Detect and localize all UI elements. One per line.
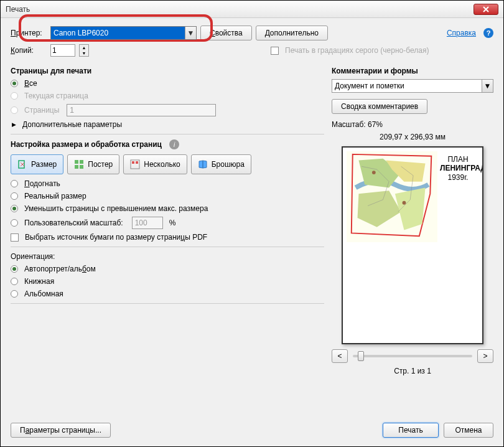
titlebar: Печать	[1, 1, 503, 18]
radio-range	[11, 106, 18, 114]
help-icon[interactable]: ?	[483, 28, 493, 38]
page-info: Стр. 1 из 1	[332, 367, 493, 375]
comments-select[interactable]: Документ и пометки ▼	[332, 79, 493, 93]
radio-actual-label: Реальный размер	[24, 192, 86, 200]
chevron-down-icon: ▼	[80, 50, 88, 56]
radio-all-label: Все	[24, 79, 37, 88]
comments-selected: Документ и пометки	[335, 82, 404, 90]
grayscale-checkbox[interactable]	[271, 47, 279, 55]
radio-all[interactable]	[11, 80, 18, 87]
radio-fit[interactable]	[11, 180, 18, 187]
copies-label: Копий:	[11, 46, 47, 55]
map-preview-icon	[347, 151, 437, 242]
booklet-icon	[198, 159, 208, 169]
advanced-button[interactable]: Дополнительно	[256, 26, 328, 40]
svg-rect-6	[132, 161, 134, 164]
radio-orient-landscape-label: Альбомная	[24, 289, 63, 298]
size-icon	[17, 159, 27, 169]
svg-rect-3	[75, 165, 78, 169]
preview-prev-button[interactable]: <	[332, 349, 348, 363]
more-params[interactable]: Дополнительные параметры	[22, 120, 122, 129]
pct-label: %	[169, 219, 176, 227]
radio-orient-auto[interactable]	[11, 265, 18, 273]
map-title: ПЛАН ЛЕНИНГРАДА 1939г.	[440, 155, 476, 182]
printer-label: Принтер:	[11, 29, 47, 37]
multiple-icon	[130, 159, 140, 169]
close-button[interactable]	[474, 4, 498, 15]
orientation-title: Ориентация:	[11, 252, 324, 261]
svg-rect-0	[19, 161, 24, 168]
preview-dims: 209,97 x 296,93 мм	[332, 133, 493, 141]
pages-title: Страницы для печати	[11, 67, 324, 75]
tab-size[interactable]: Размер	[11, 154, 63, 174]
radio-orient-portrait-label: Книжная	[24, 277, 54, 286]
info-icon[interactable]: i	[169, 139, 179, 149]
comments-title: Комментарии и формы	[332, 67, 493, 75]
radio-shrink-label: Уменьшить страницы с превышением макс. р…	[24, 204, 208, 213]
custom-scale-input	[132, 217, 163, 229]
paper-source-label: Выбрать источник бумаги по размеру стран…	[25, 233, 207, 242]
print-dialog: Печать Принтер: Canon LBP6020 ▼ Свойства…	[0, 0, 504, 447]
svg-rect-7	[136, 161, 138, 164]
grayscale-label: Печать в градациях серого (черно-белая)	[285, 46, 429, 55]
radio-orient-landscape[interactable]	[11, 290, 18, 298]
tab-multiple[interactable]: Несколько	[123, 154, 187, 174]
properties-button[interactable]: Свойства	[200, 26, 252, 40]
sizing-title: Настройка размера и обработка страниц	[11, 140, 162, 149]
radio-current	[11, 92, 18, 100]
printer-select[interactable]: Canon LBP6020 ▼	[50, 26, 197, 40]
cancel-button[interactable]: Отмена	[444, 423, 493, 438]
range-input	[67, 104, 216, 116]
chevron-up-icon: ▲	[80, 45, 88, 50]
radio-range-label: Страницы	[24, 106, 59, 115]
printer-selected: Canon LBP6020	[54, 29, 108, 37]
chevron-down-icon: ▼	[185, 27, 196, 39]
window-title: Печать	[6, 5, 474, 14]
svg-point-9	[372, 171, 376, 174]
radio-shrink[interactable]	[11, 205, 18, 212]
slider-thumb[interactable]	[358, 351, 364, 361]
svg-rect-2	[80, 160, 83, 164]
preview-scale: Масштаб: 67%	[332, 120, 493, 129]
caret-right-icon: ▶	[12, 121, 16, 128]
print-button[interactable]: Печать	[383, 423, 439, 438]
svg-rect-4	[80, 165, 83, 169]
preview-slider[interactable]	[353, 355, 472, 357]
print-preview: ПЛАН ЛЕНИНГРАДА 1939г.	[342, 146, 483, 344]
tab-booklet[interactable]: Брошюра	[191, 154, 251, 174]
copies-spinner[interactable]: ▲▼	[79, 44, 89, 57]
radio-orient-auto-label: Автопортрет/альбом	[24, 265, 96, 273]
tab-poster[interactable]: Постер	[67, 154, 119, 174]
comments-summary-button[interactable]: Сводка комментариев	[332, 99, 427, 114]
copies-input[interactable]	[50, 44, 75, 57]
radio-current-label: Текущая страница	[24, 92, 88, 100]
svg-rect-1	[75, 160, 78, 164]
radio-orient-portrait[interactable]	[11, 278, 18, 285]
poster-icon	[74, 159, 84, 169]
chevron-down-icon: ▼	[482, 80, 493, 92]
close-icon	[483, 6, 489, 12]
help-link[interactable]: Справка	[447, 29, 476, 37]
page-setup-button[interactable]: Параметры страницы...	[11, 423, 111, 438]
preview-next-button[interactable]: >	[477, 349, 493, 363]
radio-custom[interactable]	[11, 219, 18, 227]
svg-point-10	[403, 201, 406, 205]
radio-actual[interactable]	[11, 192, 18, 200]
paper-source-checkbox[interactable]	[11, 233, 19, 242]
radio-fit-label: Подогнать	[24, 179, 60, 188]
radio-custom-label: Пользовательский масштаб:	[24, 219, 123, 227]
